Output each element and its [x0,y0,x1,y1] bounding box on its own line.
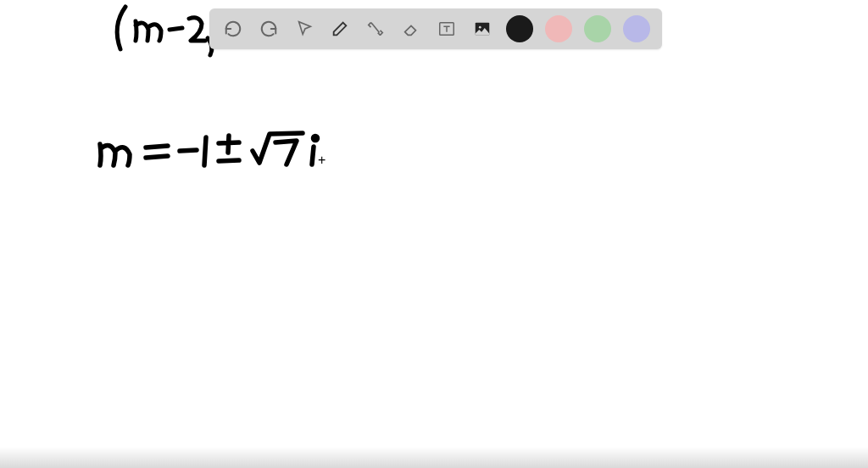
eraser-tool[interactable] [399,17,423,41]
color-black[interactable] [506,15,533,42]
pointer-tool[interactable] [292,17,316,41]
color-green[interactable] [584,15,611,42]
drawing-toolbar [209,8,662,49]
tools-button[interactable] [364,17,387,41]
cursor-crosshair: + [318,153,326,168]
undo-button[interactable] [221,17,245,41]
bottom-shadow [0,447,868,468]
svg-point-0 [314,136,318,141]
color-purple[interactable] [623,15,650,42]
image-tool[interactable] [470,17,494,41]
redo-button[interactable] [257,17,281,41]
pen-tool[interactable] [328,17,352,41]
svg-point-3 [479,26,481,29]
text-tool[interactable] [435,17,459,41]
handwriting-line2 [93,127,348,187]
color-pink[interactable] [545,15,572,42]
